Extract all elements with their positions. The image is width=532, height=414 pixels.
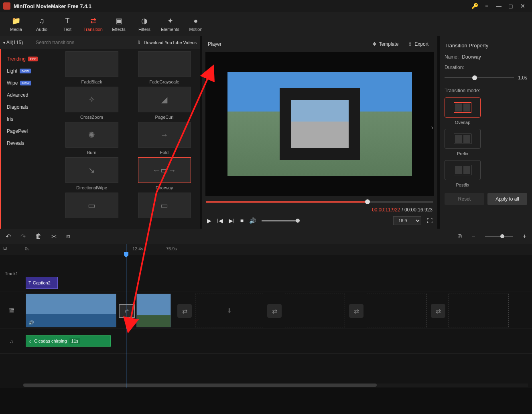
volume-slider[interactable] bbox=[262, 220, 298, 221]
menu-icon[interactable]: ≡ bbox=[481, 0, 493, 12]
effects-icon: ▣ bbox=[116, 16, 122, 25]
music-icon: ♫ bbox=[28, 339, 32, 343]
empty-slot[interactable] bbox=[449, 294, 509, 327]
chevron-right-icon[interactable]: › bbox=[431, 124, 433, 131]
tab-audio[interactable]: ♫Audio bbox=[30, 14, 54, 34]
video-clip-2[interactable] bbox=[136, 294, 171, 327]
app-title: MiniTool MovieMaker Free 7.4.1 bbox=[14, 3, 469, 9]
cat-wipe[interactable]: WipeNew bbox=[1, 77, 56, 89]
transition-slot[interactable]: ⇄ bbox=[267, 304, 282, 318]
cat-trending[interactable]: TrendingHot bbox=[1, 53, 56, 65]
zoom-slider[interactable] bbox=[485, 236, 513, 237]
category-sidebar: TrendingHot LightNew WipeNew Advanced Di… bbox=[0, 49, 56, 229]
tab-filters[interactable]: ◑Filters bbox=[132, 14, 156, 34]
next-frame-button[interactable]: ▶I bbox=[229, 217, 235, 224]
thumb-fadeblack[interactable]: FadeBlack bbox=[59, 51, 125, 84]
transition-slot[interactable]: ⇄ bbox=[431, 304, 445, 318]
transition-on-timeline[interactable]: ⇄ bbox=[119, 304, 135, 318]
undo-button[interactable]: ↶ bbox=[6, 233, 11, 240]
transition-gallery[interactable]: FadeBlack FadeGrayscale ✧CrossZoom ◢Page… bbox=[56, 49, 200, 229]
timeline[interactable]: ⊞ 0s 12.4s 76.9s Track1 TCaption2 🎬 🔊 ⇄ … bbox=[0, 244, 532, 388]
prev-frame-button[interactable]: I◀ bbox=[217, 217, 223, 224]
play-button[interactable]: ▶ bbox=[207, 217, 211, 224]
player-title: Player bbox=[208, 41, 221, 47]
timeline-toolbar: ↶ ↷ 🗑 ✂ ⧈ ⎚ − + bbox=[0, 229, 532, 244]
delete-button[interactable]: 🗑 bbox=[35, 233, 42, 240]
thumb-fold[interactable]: →Fold bbox=[131, 122, 197, 155]
mode-prefix[interactable] bbox=[445, 129, 481, 149]
hot-badge: Hot bbox=[28, 57, 38, 61]
cat-reveals[interactable]: Reveals bbox=[1, 137, 56, 149]
thumb-burn[interactable]: ✺Burn bbox=[59, 122, 125, 155]
zoom-out-button[interactable]: − bbox=[471, 233, 475, 240]
video-clip-1[interactable]: 🔊 bbox=[26, 294, 116, 327]
panel-title: Transition Property bbox=[445, 40, 527, 54]
stop-button[interactable]: ■ bbox=[240, 217, 244, 224]
zoom-in-button[interactable]: + bbox=[523, 233, 526, 240]
tab-media[interactable]: 📁Media bbox=[4, 14, 28, 34]
cat-advanced[interactable]: Advanced bbox=[1, 89, 56, 101]
transition-browser: All(115) ⇩ Download YouTube Videos Trend… bbox=[0, 36, 200, 229]
track-label: Track1 bbox=[0, 255, 23, 292]
text-icon: T bbox=[65, 17, 70, 25]
caption-clip[interactable]: TCaption2 bbox=[26, 277, 58, 289]
transition-slot[interactable]: ⇄ bbox=[177, 304, 192, 318]
thumb-doorway[interactable]: ←▭→Doorway bbox=[131, 157, 197, 190]
property-panel: Transition Property Name:Doorway Duratio… bbox=[440, 36, 532, 229]
search-input[interactable] bbox=[34, 38, 133, 47]
mode-overlap[interactable] bbox=[445, 97, 481, 118]
category-bar: All(115) ⇩ Download YouTube Videos bbox=[0, 36, 200, 49]
empty-slot[interactable] bbox=[285, 294, 345, 327]
all-dropdown[interactable]: All(115) bbox=[3, 40, 23, 45]
tab-effects[interactable]: ▣Effects bbox=[107, 14, 131, 34]
duration-slider[interactable]: 1.0s bbox=[445, 75, 527, 81]
thumb-crosszoom[interactable]: ✧CrossZoom bbox=[59, 87, 125, 120]
seek-bar[interactable] bbox=[206, 197, 433, 207]
tab-elements[interactable]: ✦Elements bbox=[158, 14, 182, 34]
ruler-tick: 76.9s bbox=[166, 246, 177, 251]
apply-all-button[interactable]: Apply to all bbox=[487, 193, 527, 205]
thumb-extra2[interactable]: ▭ bbox=[131, 193, 197, 221]
thumb-directionalwipe[interactable]: ↘DirectionalWipe bbox=[59, 157, 125, 190]
redo-button[interactable]: ↷ bbox=[20, 233, 26, 240]
snap-button[interactable]: ⎚ bbox=[458, 233, 462, 240]
minimize-button[interactable]: — bbox=[493, 0, 505, 12]
player-panel: Player ❖Template ⇪Export › 00:00:11:922 … bbox=[202, 36, 437, 229]
audio-track-icon: ♫ bbox=[0, 329, 23, 353]
cut-button[interactable]: ✂ bbox=[51, 233, 57, 240]
timeline-scrollbar[interactable] bbox=[23, 384, 528, 387]
mode-postfix[interactable] bbox=[445, 160, 481, 180]
crop-button[interactable]: ⧈ bbox=[66, 233, 70, 240]
empty-slot[interactable] bbox=[367, 294, 427, 327]
thumb-extra1[interactable]: ▭ bbox=[59, 193, 125, 221]
reset-button[interactable]: Reset bbox=[445, 193, 484, 205]
tab-text[interactable]: TText bbox=[55, 14, 79, 34]
template-button[interactable]: ❖Template bbox=[369, 40, 402, 49]
empty-slot[interactable]: ⬇ bbox=[195, 294, 263, 327]
tab-transition[interactable]: ⇄Transition bbox=[81, 14, 105, 34]
maximize-button[interactable]: ◻ bbox=[505, 0, 517, 12]
folder-icon: 📁 bbox=[12, 16, 20, 25]
tab-motion[interactable]: ●Motion bbox=[184, 14, 208, 34]
timeline-ruler[interactable]: ⊞ 0s 12.4s 76.9s bbox=[0, 244, 532, 255]
download-videos-link[interactable]: Download YouTube Videos bbox=[144, 40, 197, 45]
app-logo-icon bbox=[3, 2, 10, 10]
preview-viewport[interactable]: › bbox=[205, 52, 434, 196]
fullscreen-button[interactable]: ⛶ bbox=[427, 217, 433, 224]
playhead[interactable] bbox=[126, 244, 126, 388]
transition-slot[interactable]: ⇄ bbox=[349, 304, 363, 318]
cat-diagonals[interactable]: Diagonals bbox=[1, 101, 56, 113]
close-button[interactable]: ✕ bbox=[517, 0, 529, 12]
cat-pagepeel[interactable]: PagePeel bbox=[1, 125, 56, 137]
aspect-ratio-select[interactable]: 16:9 bbox=[393, 216, 421, 225]
add-track-button[interactable]: ⊞ bbox=[3, 246, 11, 254]
cat-iris[interactable]: Iris bbox=[1, 113, 56, 125]
volume-icon[interactable]: 🔊 bbox=[249, 217, 256, 224]
key-icon[interactable]: 🔑 bbox=[469, 0, 481, 12]
thumb-pagecurl[interactable]: ◢PageCurl bbox=[131, 87, 197, 120]
audio-clip[interactable]: ♫ Cicadas chirping 11s bbox=[26, 335, 111, 347]
thumb-fadegrayscale[interactable]: FadeGrayscale bbox=[131, 51, 197, 84]
export-button[interactable]: ⇪Export bbox=[405, 40, 432, 49]
new-badge: New bbox=[20, 69, 31, 73]
cat-light[interactable]: LightNew bbox=[1, 65, 56, 77]
